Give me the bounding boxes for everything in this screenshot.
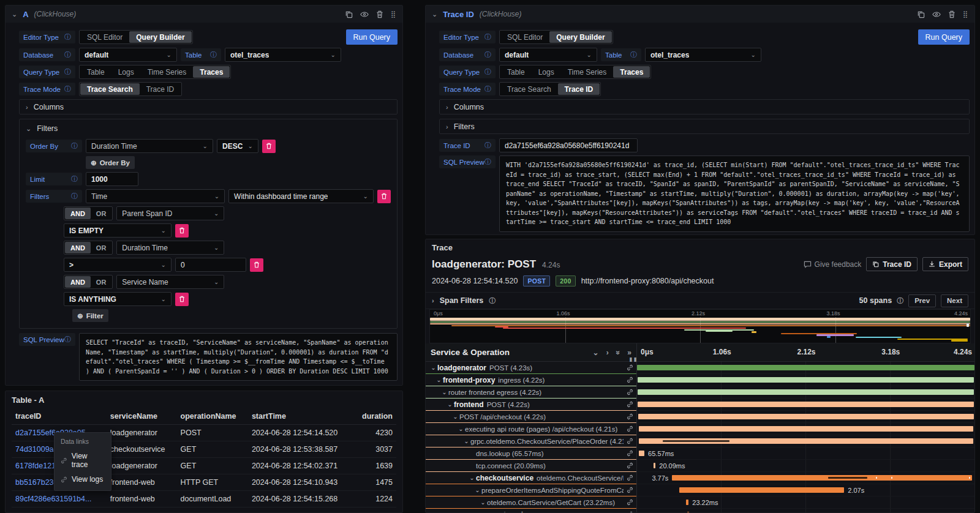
span-name-cell[interactable]: ⌄prepareOrderItemsAndShippingQuoteFromCa…: [426, 484, 636, 496]
next-button[interactable]: Next: [941, 294, 968, 307]
info-icon[interactable]: ⓘ: [71, 174, 78, 184]
info-icon[interactable]: ⓘ: [71, 192, 78, 201]
info-icon[interactable]: ⓘ: [484, 141, 491, 150]
chevron-down-icon[interactable]: ⌄: [429, 364, 437, 371]
span-name-cell[interactable]: ⌄frontendPOST (4.22s): [426, 399, 636, 411]
span-name-cell[interactable]: ⌄POST /api/checkout (4.22s): [426, 411, 636, 423]
span-link-icon[interactable]: [624, 474, 636, 481]
span-gantt-bar[interactable]: [639, 438, 973, 444]
info-icon[interactable]: ⓘ: [489, 296, 496, 305]
duplicate-query-icon[interactable]: [345, 10, 353, 18]
expand-all-icon[interactable]: »: [627, 348, 631, 357]
prev-button[interactable]: Prev: [908, 294, 936, 307]
query-type-traces[interactable]: Traces: [613, 66, 650, 78]
span-gantt-bar[interactable]: [672, 475, 972, 481]
remove-filter3-button[interactable]: [175, 293, 189, 306]
filter2-field-select[interactable]: Duration Time⌄: [116, 241, 224, 255]
info-icon[interactable]: ⓘ: [484, 157, 491, 167]
query-type-logs[interactable]: Logs: [532, 66, 561, 78]
columns-section[interactable]: › Columns: [439, 99, 970, 114]
span-link-icon[interactable]: [624, 401, 636, 408]
chevron-down-icon[interactable]: ⌄: [435, 376, 443, 383]
filter2-value-input[interactable]: 0: [175, 258, 246, 272]
delete-query-trash-icon[interactable]: [376, 10, 383, 18]
expand-one-icon[interactable]: ›: [606, 348, 609, 357]
span-name-cell[interactable]: ⌄oteldemo.CartService/GetCart (23.22ms): [426, 496, 636, 509]
span-link-icon[interactable]: [624, 376, 636, 383]
view-trace-link[interactable]: View trace: [55, 449, 111, 472]
span-link-icon[interactable]: [624, 438, 636, 444]
sql-editor-option[interactable]: SQL Editor: [500, 31, 549, 43]
chevron-down-icon[interactable]: ⌄: [468, 474, 476, 481]
filter1-operator-select[interactable]: IS EMPTY⌄: [64, 223, 172, 238]
give-feedback-button[interactable]: Give feedback: [804, 260, 862, 269]
span-link-icon[interactable]: [624, 487, 636, 493]
collapse-all-icon[interactable]: »: [614, 350, 622, 354]
run-query-button[interactable]: Run Query: [346, 29, 398, 45]
query-type-traces[interactable]: Traces: [193, 66, 230, 78]
query-type-timeseries[interactable]: Time Series: [561, 66, 614, 78]
filter2-operator-select[interactable]: >⌄: [64, 258, 172, 272]
or-option[interactable]: OR: [91, 276, 112, 288]
query-builder-option[interactable]: Query Builder: [549, 31, 611, 43]
limit-input[interactable]: 1000: [86, 172, 138, 186]
filters-section-collapsed[interactable]: › Filters: [439, 119, 970, 134]
trace-mode-search[interactable]: Trace Search: [500, 83, 558, 95]
filters-section-header[interactable]: ⌄ Filters: [26, 124, 391, 133]
trace-mode-id[interactable]: Trace ID: [558, 83, 600, 95]
span-gantt-bar[interactable]: [639, 451, 644, 456]
span-bar-cell[interactable]: [636, 362, 974, 374]
span-gantt-bar[interactable]: [679, 487, 844, 493]
span-gantt-bar[interactable]: [654, 463, 655, 468]
span-link-icon[interactable]: [624, 413, 636, 420]
run-query-button[interactable]: Run Query: [918, 29, 970, 45]
filter3-field-select[interactable]: Service Name⌄: [116, 275, 224, 289]
remove-filter-button[interactable]: [377, 190, 391, 203]
span-bar-cell[interactable]: [636, 374, 974, 386]
span-link-icon[interactable]: [624, 364, 636, 371]
sql-editor-option[interactable]: SQL Editor: [80, 31, 129, 43]
span-name-cell[interactable]: ⌄grpc.oteldemo.CheckoutService/PlaceOrde…: [426, 435, 636, 447]
span-bar-cell[interactable]: 2.07s: [636, 484, 974, 496]
span-gantt-bar[interactable]: [638, 402, 974, 407]
column-header-traceID[interactable]: traceID: [12, 408, 107, 425]
span-link-icon[interactable]: [624, 499, 636, 506]
delete-query-trash-icon[interactable]: [948, 10, 956, 18]
span-gantt-bar[interactable]: [639, 426, 974, 432]
span-bar-cell[interactable]: [636, 386, 974, 399]
info-icon[interactable]: ⓘ: [64, 67, 71, 77]
span-bar-cell[interactable]: [636, 411, 974, 423]
table-select[interactable]: otel_traces⌄: [645, 48, 761, 62]
columns-section[interactable]: › Columns: [19, 99, 398, 114]
or-option[interactable]: OR: [91, 208, 112, 219]
chevron-down-icon[interactable]: ⌄: [457, 425, 465, 432]
order-by-field-select[interactable]: Duration Time⌄: [86, 139, 213, 153]
hide-response-eye-icon[interactable]: [932, 10, 941, 18]
cell-traceID[interactable]: 89cf4286e631591b4...: [12, 491, 107, 507]
span-name-cell[interactable]: tcp.connect (20.09ms): [426, 460, 636, 472]
chevron-down-icon[interactable]: ⌄: [462, 438, 470, 444]
span-bar-cell[interactable]: [636, 399, 974, 411]
add-filter-button[interactable]: ⊕Filter: [72, 309, 108, 322]
span-bar-cell[interactable]: 20.09ms: [636, 460, 974, 472]
trace-minimap[interactable]: 0μs1.06s2.12s3.18s4.24s: [429, 309, 971, 343]
info-icon[interactable]: ⓘ: [64, 84, 71, 94]
duplicate-query-icon[interactable]: [917, 10, 925, 18]
span-bar-cell[interactable]: 65.57ms: [636, 447, 974, 460]
span-name-cell[interactable]: dns.lookup (65.57ms): [426, 447, 636, 460]
span-link-icon[interactable]: [624, 450, 636, 457]
trace-id-button[interactable]: Trace ID: [866, 257, 918, 271]
filter-time-field-select[interactable]: Time⌄: [86, 189, 225, 203]
info-icon[interactable]: ⓘ: [484, 32, 491, 42]
info-icon[interactable]: ⓘ: [210, 50, 217, 59]
collapse-chevron-icon[interactable]: ⌄: [12, 10, 17, 18]
span-gantt-bar[interactable]: [638, 414, 974, 419]
query-type-table[interactable]: Table: [500, 66, 532, 78]
database-select[interactable]: default⌄: [79, 48, 177, 62]
info-icon[interactable]: ⓘ: [64, 50, 71, 59]
info-icon[interactable]: ⓘ: [630, 50, 637, 59]
hide-response-eye-icon[interactable]: [360, 10, 369, 18]
database-select[interactable]: default⌄: [499, 48, 597, 62]
span-gantt-bar[interactable]: [638, 377, 974, 383]
info-icon[interactable]: ⓘ: [64, 335, 71, 344]
